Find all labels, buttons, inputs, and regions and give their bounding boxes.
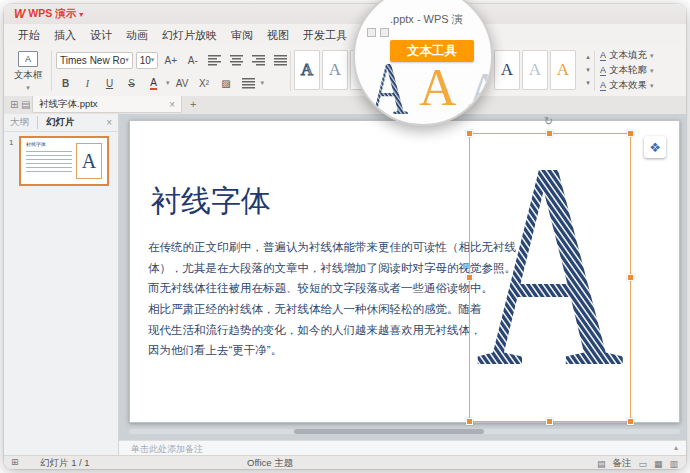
numbered-list-button[interactable] <box>239 74 258 92</box>
slide-sorter-icon[interactable]: ▦ <box>654 459 663 469</box>
selected-object-frame[interactable]: A ↻ <box>469 133 631 422</box>
align-center-button[interactable] <box>227 51 246 69</box>
italic-button[interactable]: I <box>78 74 97 92</box>
resize-handle[interactable] <box>627 274 634 281</box>
wordart-preset-tile[interactable]: A <box>522 50 548 90</box>
text-outline-button[interactable]: A 文本轮廓 ▾ <box>600 63 684 78</box>
gallery-up-icon[interactable]: ▴ <box>586 51 590 63</box>
ribbon-style-row: B I U S A ▾ AV X² ▨ ▾ <box>56 73 288 93</box>
font-size-value: 10 <box>140 55 151 66</box>
window-title: .pptx - WPS 演 <box>390 12 463 27</box>
font-size-select[interactable]: 10 ▾ <box>136 52 159 69</box>
wps-app-menu[interactable]: W WPS 演示 ▾ <box>14 7 83 21</box>
slide-thumbnail[interactable]: 衬线字体 A <box>19 136 109 186</box>
scrollbar-thumb[interactable] <box>294 429 484 434</box>
normal-view-icon[interactable]: ▭ <box>638 459 647 469</box>
notes-toggle-label[interactable]: 备注 <box>612 457 631 469</box>
chevron-down-icon: ▾ <box>650 67 654 75</box>
text-style-stack: A 文本填充 ▾ A 文本轮廓 ▾ A 文本效果 ▾ <box>600 48 684 93</box>
horizontal-scrollbar[interactable] <box>129 429 680 434</box>
serif-letter-graphic[interactable]: A <box>470 134 630 421</box>
doc-list-icon[interactable]: ▤ <box>21 99 30 110</box>
text-fill-button[interactable]: A 文本填充 ▾ <box>600 48 684 63</box>
wordart-letter: A <box>329 60 341 80</box>
justify-button[interactable] <box>271 51 288 69</box>
align-right-button[interactable] <box>249 51 268 69</box>
close-icon[interactable]: × <box>106 117 112 128</box>
document-tab-label: 衬线字体.pptx <box>39 98 98 111</box>
divider <box>51 51 52 91</box>
layers-icon: ❖ <box>649 140 661 155</box>
underline-button[interactable]: U <box>100 74 119 92</box>
wordart-letter: A <box>501 60 513 80</box>
bold-button[interactable]: B <box>56 74 75 92</box>
document-tab[interactable]: 衬线字体.pptx × <box>32 96 182 113</box>
notes-bar[interactable]: 单击此处添加备注 ▴ <box>119 440 686 455</box>
resize-handle[interactable] <box>627 130 634 137</box>
resize-handle[interactable] <box>466 274 473 281</box>
reading-view-icon[interactable]: ▥ <box>669 459 678 469</box>
grid-icon[interactable]: ⊞ <box>11 457 19 467</box>
wordart-preset-tile[interactable]: A <box>322 50 348 90</box>
font-color-button[interactable]: A <box>144 74 163 92</box>
design-assistant-button[interactable]: ❖ <box>644 136 666 158</box>
new-tab-button[interactable]: + <box>190 98 196 110</box>
toolbar-mini-icon <box>367 28 376 37</box>
strikethrough-button[interactable]: S <box>122 74 141 92</box>
gallery-down-icon[interactable]: ▾ <box>586 64 590 76</box>
resize-handle[interactable] <box>466 418 473 425</box>
character-spacing-button[interactable]: AV <box>173 74 192 92</box>
menu-tab-view[interactable]: 视图 <box>267 28 289 43</box>
numbered-list-icon <box>242 78 255 89</box>
magnified-letter: A <box>370 58 408 116</box>
increase-font-button[interactable]: A+ <box>161 51 180 69</box>
wordart-preset-tile[interactable]: A <box>294 50 320 90</box>
text-effect-button[interactable]: A 文本效果 ▾ <box>600 78 684 93</box>
menu-tab-review[interactable]: 审阅 <box>231 28 253 43</box>
chevron-down-icon[interactable]: ▾ <box>166 79 170 87</box>
title-bar: W WPS 演示 ▾ <box>4 4 686 24</box>
insert-textbox-button[interactable]: A 文本框 ▾ <box>9 49 47 93</box>
notes-icon[interactable]: ▤ <box>597 459 606 469</box>
menu-tab-insert[interactable]: 插入 <box>54 28 76 43</box>
rotate-handle[interactable]: ↻ <box>544 115 553 128</box>
shading-button[interactable]: ▨ <box>217 74 236 92</box>
tab-slides[interactable]: 幻灯片 <box>37 116 75 129</box>
decrease-font-button[interactable]: A- <box>183 51 202 69</box>
chevron-down-icon[interactable]: ▾ <box>261 79 265 87</box>
ribbon-font-row: Times New Ro ▾ 10 ▾ A+ A- ⇤ ⇥ ↕ <box>56 50 288 70</box>
resize-handle[interactable] <box>466 130 473 137</box>
slide-counter: 幻灯片 1 / 1 <box>40 457 90 469</box>
align-left-button[interactable] <box>205 51 224 69</box>
text-effect-label: 文本效果 <box>609 79 647 92</box>
resize-handle[interactable] <box>546 418 553 425</box>
theme-name: Office 主题 <box>247 457 293 469</box>
text-fill-label: 文本填充 <box>609 49 647 62</box>
font-family-select[interactable]: Times New Ro ▾ <box>56 52 133 69</box>
superscript-button[interactable]: X² <box>195 74 214 92</box>
window-menu-icon[interactable]: ⊞ <box>10 99 18 110</box>
tab-outline[interactable]: 大纲 <box>10 116 29 129</box>
menu-tab-slideshow[interactable]: 幻灯片放映 <box>162 28 217 43</box>
chevron-up-icon[interactable]: ▴ <box>674 443 678 452</box>
menu-tab-animation[interactable]: 动画 <box>126 28 148 43</box>
resize-handle[interactable] <box>546 130 553 137</box>
status-bar: ⊞ 幻灯片 1 / 1 Office 主题 ▤ 备注 ▭ ▦ ▥ <box>4 455 686 469</box>
slide[interactable]: 衬线字体 在传统的正文印刷中，普遍认为衬线体能带来更佳的可读性（相比无衬线 体）… <box>129 120 680 423</box>
wordart-preset-tile[interactable]: A <box>550 50 576 90</box>
menu-tab-home[interactable]: 开始 <box>18 28 40 43</box>
resize-handle[interactable] <box>627 418 634 425</box>
wordart-letter: A <box>529 60 541 80</box>
menu-tab-devtools[interactable]: 开发工具 <box>303 28 347 43</box>
gallery-more-icon[interactable]: ▾ <box>586 77 590 89</box>
close-icon[interactable]: × <box>169 99 175 110</box>
text-fill-icon: A <box>600 51 606 61</box>
wordart-preset-tile[interactable]: A <box>494 50 520 90</box>
slide-number: 1 <box>9 138 13 147</box>
menu-tab-design[interactable]: 设计 <box>90 28 112 43</box>
slide-title[interactable]: 衬线字体 <box>151 181 271 222</box>
app-menu-label: WPS 演示 <box>28 7 76 21</box>
chevron-down-icon: ▾ <box>650 82 654 90</box>
magnified-yellow-letter: A <box>419 62 457 114</box>
wordart-letter: A <box>301 60 313 80</box>
